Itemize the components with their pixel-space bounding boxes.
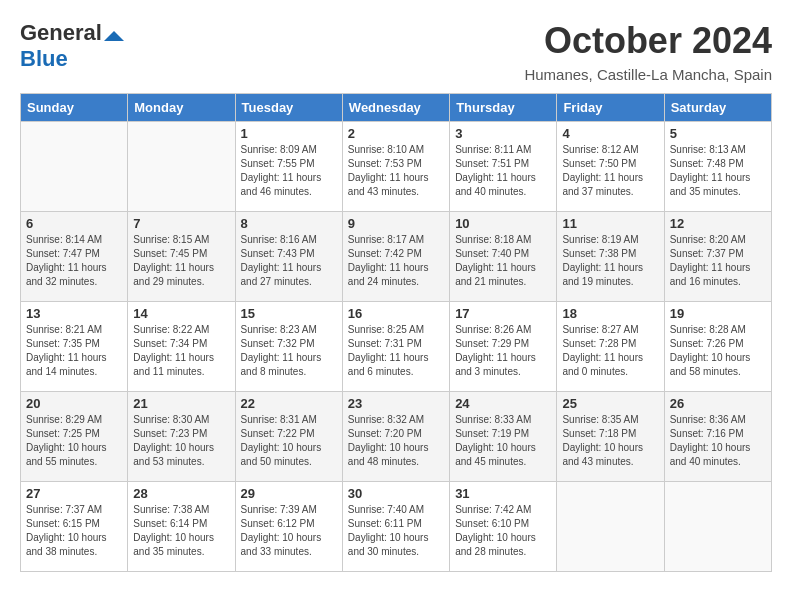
day-number: 13 [26,306,122,321]
day-number: 2 [348,126,444,141]
day-number: 11 [562,216,658,231]
calendar-day-cell: 17Sunrise: 8:26 AM Sunset: 7:29 PM Dayli… [450,302,557,392]
calendar-day-cell: 24Sunrise: 8:33 AM Sunset: 7:19 PM Dayli… [450,392,557,482]
day-info: Sunrise: 8:17 AM Sunset: 7:42 PM Dayligh… [348,233,444,289]
day-info: Sunrise: 8:14 AM Sunset: 7:47 PM Dayligh… [26,233,122,289]
day-number: 10 [455,216,551,231]
calendar-day-cell: 19Sunrise: 8:28 AM Sunset: 7:26 PM Dayli… [664,302,771,392]
calendar-day-cell: 2Sunrise: 8:10 AM Sunset: 7:53 PM Daylig… [342,122,449,212]
day-info: Sunrise: 8:28 AM Sunset: 7:26 PM Dayligh… [670,323,766,379]
day-number: 25 [562,396,658,411]
day-number: 14 [133,306,229,321]
day-info: Sunrise: 7:40 AM Sunset: 6:11 PM Dayligh… [348,503,444,559]
calendar-week-row: 6Sunrise: 8:14 AM Sunset: 7:47 PM Daylig… [21,212,772,302]
day-number: 15 [241,306,337,321]
day-number: 6 [26,216,122,231]
day-info: Sunrise: 7:37 AM Sunset: 6:15 PM Dayligh… [26,503,122,559]
day-number: 23 [348,396,444,411]
calendar-day-cell: 9Sunrise: 8:17 AM Sunset: 7:42 PM Daylig… [342,212,449,302]
calendar-week-row: 13Sunrise: 8:21 AM Sunset: 7:35 PM Dayli… [21,302,772,392]
page-header: General Blue October 2024 Humanes, Casti… [20,20,772,83]
calendar-day-cell: 15Sunrise: 8:23 AM Sunset: 7:32 PM Dayli… [235,302,342,392]
calendar-day-cell [664,482,771,572]
calendar-day-cell: 18Sunrise: 8:27 AM Sunset: 7:28 PM Dayli… [557,302,664,392]
day-info: Sunrise: 8:12 AM Sunset: 7:50 PM Dayligh… [562,143,658,199]
day-number: 27 [26,486,122,501]
day-info: Sunrise: 8:21 AM Sunset: 7:35 PM Dayligh… [26,323,122,379]
day-of-week-header: Thursday [450,94,557,122]
title-section: October 2024 Humanes, Castille-La Mancha… [524,20,772,83]
day-info: Sunrise: 7:39 AM Sunset: 6:12 PM Dayligh… [241,503,337,559]
day-number: 30 [348,486,444,501]
day-info: Sunrise: 8:27 AM Sunset: 7:28 PM Dayligh… [562,323,658,379]
day-info: Sunrise: 8:11 AM Sunset: 7:51 PM Dayligh… [455,143,551,199]
day-number: 20 [26,396,122,411]
calendar-day-cell: 25Sunrise: 8:35 AM Sunset: 7:18 PM Dayli… [557,392,664,482]
day-info: Sunrise: 8:25 AM Sunset: 7:31 PM Dayligh… [348,323,444,379]
calendar-day-cell: 11Sunrise: 8:19 AM Sunset: 7:38 PM Dayli… [557,212,664,302]
calendar-day-cell: 3Sunrise: 8:11 AM Sunset: 7:51 PM Daylig… [450,122,557,212]
calendar-day-cell: 1Sunrise: 8:09 AM Sunset: 7:55 PM Daylig… [235,122,342,212]
day-info: Sunrise: 8:20 AM Sunset: 7:37 PM Dayligh… [670,233,766,289]
logo: General Blue [20,20,124,72]
calendar-day-cell: 16Sunrise: 8:25 AM Sunset: 7:31 PM Dayli… [342,302,449,392]
day-info: Sunrise: 8:36 AM Sunset: 7:16 PM Dayligh… [670,413,766,469]
day-of-week-header: Wednesday [342,94,449,122]
day-number: 5 [670,126,766,141]
day-number: 4 [562,126,658,141]
calendar-day-cell [128,122,235,212]
day-info: Sunrise: 8:18 AM Sunset: 7:40 PM Dayligh… [455,233,551,289]
day-number: 9 [348,216,444,231]
calendar-day-cell: 21Sunrise: 8:30 AM Sunset: 7:23 PM Dayli… [128,392,235,482]
calendar-week-row: 20Sunrise: 8:29 AM Sunset: 7:25 PM Dayli… [21,392,772,482]
day-info: Sunrise: 8:23 AM Sunset: 7:32 PM Dayligh… [241,323,337,379]
calendar-day-cell [557,482,664,572]
calendar-day-cell: 28Sunrise: 7:38 AM Sunset: 6:14 PM Dayli… [128,482,235,572]
logo-general: General [20,20,102,45]
calendar-day-cell: 31Sunrise: 7:42 AM Sunset: 6:10 PM Dayli… [450,482,557,572]
calendar-day-cell: 10Sunrise: 8:18 AM Sunset: 7:40 PM Dayli… [450,212,557,302]
day-number: 21 [133,396,229,411]
day-info: Sunrise: 8:33 AM Sunset: 7:19 PM Dayligh… [455,413,551,469]
day-number: 7 [133,216,229,231]
day-info: Sunrise: 8:26 AM Sunset: 7:29 PM Dayligh… [455,323,551,379]
calendar-week-row: 1Sunrise: 8:09 AM Sunset: 7:55 PM Daylig… [21,122,772,212]
day-number: 24 [455,396,551,411]
calendar-day-cell: 29Sunrise: 7:39 AM Sunset: 6:12 PM Dayli… [235,482,342,572]
day-of-week-header: Friday [557,94,664,122]
calendar-day-cell: 27Sunrise: 7:37 AM Sunset: 6:15 PM Dayli… [21,482,128,572]
day-number: 28 [133,486,229,501]
month-title: October 2024 [524,20,772,62]
day-info: Sunrise: 8:10 AM Sunset: 7:53 PM Dayligh… [348,143,444,199]
day-info: Sunrise: 8:29 AM Sunset: 7:25 PM Dayligh… [26,413,122,469]
calendar-table: SundayMondayTuesdayWednesdayThursdayFrid… [20,93,772,572]
calendar-day-cell: 26Sunrise: 8:36 AM Sunset: 7:16 PM Dayli… [664,392,771,482]
day-number: 18 [562,306,658,321]
day-info: Sunrise: 8:35 AM Sunset: 7:18 PM Dayligh… [562,413,658,469]
day-info: Sunrise: 7:42 AM Sunset: 6:10 PM Dayligh… [455,503,551,559]
calendar-day-cell: 6Sunrise: 8:14 AM Sunset: 7:47 PM Daylig… [21,212,128,302]
calendar-day-cell: 8Sunrise: 8:16 AM Sunset: 7:43 PM Daylig… [235,212,342,302]
day-of-week-header: Monday [128,94,235,122]
day-info: Sunrise: 7:38 AM Sunset: 6:14 PM Dayligh… [133,503,229,559]
day-number: 12 [670,216,766,231]
logo-icon [104,31,124,41]
day-of-week-header: Tuesday [235,94,342,122]
day-number: 17 [455,306,551,321]
calendar-week-row: 27Sunrise: 7:37 AM Sunset: 6:15 PM Dayli… [21,482,772,572]
calendar-day-cell: 23Sunrise: 8:32 AM Sunset: 7:20 PM Dayli… [342,392,449,482]
calendar-day-cell: 22Sunrise: 8:31 AM Sunset: 7:22 PM Dayli… [235,392,342,482]
day-of-week-header: Saturday [664,94,771,122]
calendar-day-cell: 4Sunrise: 8:12 AM Sunset: 7:50 PM Daylig… [557,122,664,212]
day-number: 3 [455,126,551,141]
location-title: Humanes, Castille-La Mancha, Spain [524,66,772,83]
day-info: Sunrise: 8:22 AM Sunset: 7:34 PM Dayligh… [133,323,229,379]
day-info: Sunrise: 8:32 AM Sunset: 7:20 PM Dayligh… [348,413,444,469]
logo-blue: Blue [20,46,68,71]
day-number: 8 [241,216,337,231]
day-info: Sunrise: 8:19 AM Sunset: 7:38 PM Dayligh… [562,233,658,289]
calendar-day-cell: 14Sunrise: 8:22 AM Sunset: 7:34 PM Dayli… [128,302,235,392]
calendar-day-cell: 13Sunrise: 8:21 AM Sunset: 7:35 PM Dayli… [21,302,128,392]
day-of-week-header: Sunday [21,94,128,122]
calendar-day-cell: 30Sunrise: 7:40 AM Sunset: 6:11 PM Dayli… [342,482,449,572]
